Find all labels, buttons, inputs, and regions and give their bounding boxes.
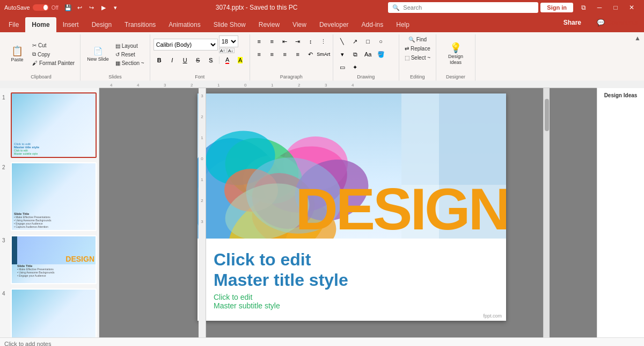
- ribbon-collapse-button[interactable]: ▲: [634, 34, 641, 42]
- new-slide-button[interactable]: 📄 New Slide: [84, 45, 112, 64]
- align-right-button[interactable]: ≡: [279, 48, 291, 60]
- design-ideas-button[interactable]: 💡 Design Ideas: [440, 41, 472, 68]
- slide-thumb-2[interactable]: 2 DESIGN Slide Title • Make Effective Pr…: [2, 162, 97, 231]
- shape-more[interactable]: ▾: [336, 48, 348, 60]
- indent-increase-button[interactable]: ⇥: [292, 35, 304, 47]
- autosave-toggle[interactable]: [32, 4, 49, 11]
- line-spacing-button[interactable]: ↕: [305, 35, 317, 47]
- scrollbar-thumb[interactable]: [545, 99, 549, 131]
- shape-line[interactable]: ╲: [336, 35, 348, 47]
- align-left-button[interactable]: ≡: [253, 48, 265, 60]
- indent-decrease-button[interactable]: ⇤: [279, 35, 291, 47]
- text-direction-button[interactable]: ↶: [305, 48, 317, 60]
- tab-view[interactable]: View: [286, 17, 313, 32]
- signin-button[interactable]: Sign in: [540, 3, 573, 12]
- bold-button[interactable]: B: [153, 54, 165, 66]
- shape-oval[interactable]: ○: [375, 35, 387, 47]
- slide-canvas[interactable]: DESIGN Click to edit Master title style …: [197, 93, 506, 321]
- share-button[interactable]: Share: [556, 17, 589, 28]
- customize-icon[interactable]: ▾: [110, 2, 121, 13]
- ruler-ticks: 4 4 3 2 1 0 1 2 3 4: [99, 81, 597, 88]
- slide-thumb-1[interactable]: 1 DESIGN Click to edit Master title styl…: [2, 92, 97, 158]
- shape-effects-button[interactable]: ✦: [349, 61, 361, 73]
- canvas-subtitle-area[interactable]: Click to edit Master subtitle style: [214, 293, 490, 310]
- tab-file[interactable]: File: [2, 17, 25, 32]
- select-button[interactable]: ⬚ Select ~: [402, 54, 433, 62]
- layout-button[interactable]: ▤ Layout: [113, 42, 147, 50]
- watermark: fppt.com: [483, 313, 502, 319]
- slide-preview-3[interactable]: DESIGN Slide Title • Make Effective Pres…: [11, 235, 97, 285]
- shape-fill-button[interactable]: 🪣: [375, 48, 387, 60]
- comments-button[interactable]: 💬 Comments: [591, 16, 644, 29]
- add-notes-text[interactable]: Click to add notes: [4, 341, 640, 347]
- section-button[interactable]: ▦ Section ~: [113, 59, 147, 67]
- format-painter-button[interactable]: 🖌 Format Painter: [30, 59, 77, 67]
- tab-transitions[interactable]: Transitions: [118, 17, 162, 32]
- shape-outline-button[interactable]: ▭: [336, 61, 348, 73]
- strikethrough-button[interactable]: S: [192, 54, 204, 66]
- font-family-selector[interactable]: Calibri (Body): [153, 39, 218, 51]
- numbered-list-button[interactable]: ≡: [266, 35, 278, 47]
- slide-thumb-4[interactable]: 4 DESIGN Slide Title Product A • Feature…: [2, 289, 97, 337]
- underline-button[interactable]: U: [179, 54, 191, 66]
- slide-thumb-3[interactable]: 3 DESIGN Slide Title • Make Effective Pr…: [2, 235, 97, 285]
- copy-button[interactable]: ⧉ Copy: [30, 50, 77, 59]
- designer-group: 💡 Design Ideas Designer: [436, 34, 475, 81]
- convert-smartart-button[interactable]: SmArt: [318, 48, 330, 60]
- tab-slideshow[interactable]: Slide Show: [207, 17, 252, 32]
- font-label: Font: [150, 74, 250, 80]
- slide-preview-4[interactable]: DESIGN Slide Title Product A • Feature 1…: [11, 289, 97, 337]
- tab-insert[interactable]: Insert: [56, 17, 85, 32]
- canvas-click-to-edit-title[interactable]: Click to edit Master title style: [214, 249, 490, 291]
- italic-button[interactable]: I: [166, 54, 178, 66]
- window-controls: ⧉ ─ □ ✕: [575, 0, 640, 15]
- tab-design[interactable]: Design: [85, 17, 118, 32]
- font-separator: [219, 56, 219, 64]
- slide-num-2: 2: [2, 162, 9, 170]
- replace-button[interactable]: ⇄ Replace: [402, 45, 433, 53]
- paste-button[interactable]: 📋 Paste: [5, 44, 29, 65]
- comment-icon: 💬: [597, 19, 605, 26]
- close-button[interactable]: ✕: [624, 0, 640, 15]
- tab-home[interactable]: Home: [25, 17, 56, 32]
- tab-developer[interactable]: Developer: [313, 17, 355, 32]
- shape-arrow[interactable]: ↗: [349, 35, 361, 47]
- search-bar[interactable]: 🔍: [388, 2, 538, 13]
- bullet-list-button[interactable]: ≡: [253, 35, 265, 47]
- quick-styles-button[interactable]: Aa: [362, 48, 374, 60]
- columns-button[interactable]: ⋮: [318, 35, 330, 47]
- tab-help[interactable]: Help: [390, 17, 416, 32]
- canvas-text-area[interactable]: Click to edit Master title style Click t…: [197, 239, 506, 321]
- slide-preview-inner-1: DESIGN Click to edit Master title style …: [12, 93, 96, 157]
- shape-rect[interactable]: □: [362, 35, 374, 47]
- highlight-color-button[interactable]: A: [235, 54, 246, 66]
- font-decrease-button[interactable]: A↓: [227, 48, 235, 53]
- minimize-button[interactable]: ─: [591, 0, 608, 15]
- shadow-button[interactable]: S: [205, 54, 217, 66]
- maximize-button[interactable]: □: [608, 0, 624, 15]
- align-justify-button[interactable]: ≡: [292, 48, 304, 60]
- undo-icon[interactable]: ↩: [75, 2, 85, 13]
- cut-button[interactable]: ✂ Cut: [30, 41, 77, 49]
- tab-addins[interactable]: Add-ins: [355, 17, 390, 32]
- tab-animations[interactable]: Animations: [162, 17, 207, 32]
- vertical-scrollbar[interactable]: [543, 88, 550, 337]
- redo-icon[interactable]: ↪: [86, 2, 97, 13]
- font-increase-button[interactable]: A↑: [219, 48, 226, 53]
- slide-preview-inner-4: DESIGN Slide Title Product A • Feature 1…: [12, 290, 96, 337]
- align-center-button[interactable]: ≡: [266, 48, 278, 60]
- restore-icon[interactable]: ⧉: [575, 0, 591, 15]
- present-icon[interactable]: ▶: [98, 2, 109, 13]
- font-size-selector[interactable]: 18: [219, 35, 238, 47]
- reset-button[interactable]: ↺ Reset: [113, 51, 147, 59]
- find-button[interactable]: 🔍 Find: [406, 35, 429, 44]
- search-input[interactable]: [403, 4, 534, 11]
- tab-review[interactable]: Review: [252, 17, 286, 32]
- slide-preview-2[interactable]: DESIGN Slide Title • Make Effective Pres…: [11, 162, 97, 231]
- slide-preview-1[interactable]: DESIGN Click to edit Master title style …: [11, 92, 97, 158]
- notes-bar[interactable]: Click to add notes: [0, 337, 644, 346]
- save-icon[interactable]: 💾: [63, 2, 74, 13]
- canvas-area[interactable]: 3 2 1 0 1 2 3: [99, 88, 597, 337]
- arrange-button[interactable]: ⧉: [349, 48, 361, 60]
- font-color-button[interactable]: A: [222, 54, 233, 66]
